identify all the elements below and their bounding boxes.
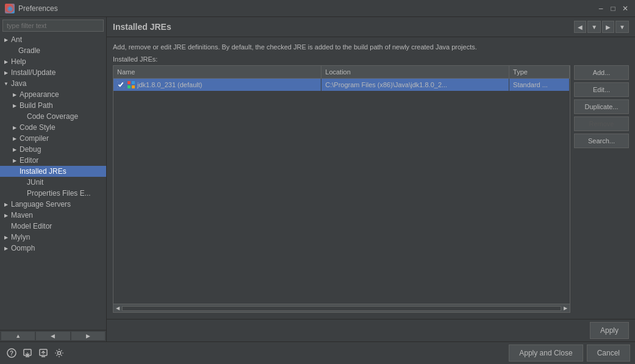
cancel-button[interactable]: Cancel — [587, 344, 630, 362]
section-label: Installed JREs: — [113, 55, 629, 63]
table-row[interactable]: jdk1.8.0_231 (default) C:\Program Files … — [113, 79, 570, 91]
sidebar-expand-collapse[interactable]: ◀ — [36, 332, 70, 340]
arrow-java — [2, 80, 10, 87]
sidebar-label-build-path: Build Path — [20, 101, 53, 110]
sidebar-item-code-coverage[interactable]: Code Coverage — [0, 111, 106, 122]
arrow-code-coverage — [18, 113, 26, 120]
nav-back-button[interactable]: ◀ — [574, 21, 586, 33]
sidebar-item-mylyn[interactable]: Mylyn — [0, 232, 106, 243]
content-area: Ant Gradle Help Install/Update — [0, 17, 635, 341]
horizontal-scrollbar[interactable]: ◀ ▶ — [113, 304, 570, 312]
bottom-icon-group: ? — [5, 346, 66, 360]
sidebar-item-oomph[interactable]: Oomph — [0, 243, 106, 254]
sidebar-item-appearance[interactable]: Appearance — [0, 89, 106, 100]
table-row[interactable] — [113, 201, 570, 212]
add-button[interactable]: Add... — [574, 65, 629, 80]
table-row[interactable] — [113, 102, 570, 113]
table-row[interactable] — [113, 124, 570, 135]
table-row[interactable] — [113, 168, 570, 179]
tree-area: Ant Gradle Help Install/Update — [0, 34, 106, 330]
table-row[interactable] — [113, 179, 570, 190]
sidebar-item-junit[interactable]: JUnit — [0, 177, 106, 188]
arrow-build-path — [11, 102, 18, 109]
nav-back-dropdown-button[interactable]: ▼ — [587, 21, 601, 33]
apply-and-close-button[interactable]: Apply and Close — [509, 344, 583, 362]
scroll-right-arrow[interactable]: ▶ — [562, 305, 569, 311]
sidebar-label-installed-jres: Installed JREs — [20, 167, 66, 176]
sidebar-item-properties-files[interactable]: Properties Files E... — [0, 188, 106, 199]
jre-location-cell: C:\Program Files (x86)\Java\jdk1.8.0_2..… — [321, 79, 509, 91]
sidebar-item-install-update[interactable]: Install/Update — [0, 67, 106, 78]
nav-forward-dropdown-button[interactable]: ▼ — [615, 21, 629, 33]
panel-description: Add, remove or edit JRE definitions. By … — [113, 43, 629, 51]
jre-checkbox[interactable] — [117, 81, 124, 88]
table-row[interactable] — [113, 212, 570, 223]
nav-forward-button[interactable]: ▶ — [602, 21, 614, 33]
nav-buttons: ◀ ▼ ▶ ▼ — [574, 21, 629, 33]
sidebar-item-help[interactable]: Help — [0, 56, 106, 67]
scroll-track[interactable] — [122, 306, 561, 311]
sidebar-label-editor: Editor — [20, 156, 38, 165]
table-row[interactable] — [113, 146, 570, 157]
sidebar-label-language-servers: Language Servers — [11, 200, 71, 209]
arrow-junit — [18, 179, 26, 186]
export-icon-button[interactable] — [37, 346, 50, 360]
sidebar-label-code-coverage: Code Coverage — [27, 112, 78, 121]
sidebar-scroll-right[interactable]: ▶ — [71, 332, 105, 340]
minimize-button[interactable]: – — [596, 4, 606, 13]
sidebar-item-debug[interactable]: Debug — [0, 144, 106, 155]
svg-rect-4 — [132, 85, 135, 88]
sidebar-item-code-style[interactable]: Code Style — [0, 122, 106, 133]
settings-icon — [54, 348, 64, 358]
edit-button[interactable]: Edit... — [574, 82, 629, 97]
jre-name-text: jdk1.8.0_231 (default) — [137, 81, 202, 88]
apply-button[interactable]: Apply — [590, 322, 629, 339]
col-header-name: Name — [113, 66, 321, 79]
arrow-language-servers — [2, 201, 10, 208]
dialog-buttons: Apply and Close Cancel — [509, 344, 630, 362]
duplicate-button[interactable]: Duplicate... — [574, 99, 629, 114]
table-row[interactable] — [113, 135, 570, 146]
jre-table-scroll[interactable]: Name Location Type — [113, 66, 570, 304]
arrow-compiler — [11, 135, 18, 142]
table-row[interactable] — [113, 91, 570, 102]
arrow-properties-files — [18, 190, 26, 197]
remove-button[interactable]: Remove — [574, 116, 629, 131]
sidebar-item-model-editor[interactable]: Model Editor — [0, 221, 106, 232]
settings-icon-button[interactable] — [52, 346, 66, 360]
sidebar-item-compiler[interactable]: Compiler — [0, 133, 106, 144]
sidebar-item-maven[interactable]: Maven — [0, 210, 106, 221]
jre-table: Name Location Type — [113, 66, 570, 234]
search-button[interactable]: Search... — [574, 134, 629, 148]
svg-rect-1 — [127, 81, 131, 84]
maximize-button[interactable]: □ — [608, 4, 618, 13]
sidebar-label-gradle: Gradle — [18, 46, 40, 55]
jre-icon — [127, 80, 135, 89]
import-icon-button[interactable] — [21, 346, 34, 360]
import-icon — [23, 348, 32, 358]
sidebar-item-java[interactable]: Java — [0, 78, 106, 89]
sidebar-scroll-controls: ▲ ◀ ▶ — [0, 330, 106, 341]
arrow-ant — [2, 36, 10, 43]
close-button[interactable]: ✕ — [620, 4, 630, 13]
arrow-help — [2, 58, 10, 65]
sidebar-label-ant: Ant — [11, 35, 22, 44]
sidebar-item-ant[interactable]: Ant — [0, 34, 106, 45]
table-row[interactable] — [113, 223, 570, 234]
sidebar-item-installed-jres[interactable]: Installed JREs — [0, 166, 106, 177]
sidebar-item-gradle[interactable]: Gradle — [0, 45, 106, 56]
sidebar-scroll-up[interactable]: ▲ — [1, 332, 35, 340]
sidebar-item-language-servers[interactable]: Language Servers — [0, 199, 106, 210]
filter-input[interactable] — [2, 20, 104, 32]
sidebar-label-maven: Maven — [11, 211, 33, 219]
table-row[interactable] — [113, 157, 570, 168]
panel-title: Installed JREs — [113, 22, 171, 32]
arrow-debug — [11, 146, 18, 153]
table-row[interactable] — [113, 190, 570, 201]
help-icon-button[interactable]: ? — [5, 346, 18, 360]
col-header-location: Location — [321, 66, 509, 79]
sidebar-item-build-path[interactable]: Build Path — [0, 100, 106, 111]
sidebar-item-editor[interactable]: Editor — [0, 155, 106, 166]
scroll-left-arrow[interactable]: ◀ — [115, 305, 121, 311]
table-row[interactable] — [113, 113, 570, 124]
